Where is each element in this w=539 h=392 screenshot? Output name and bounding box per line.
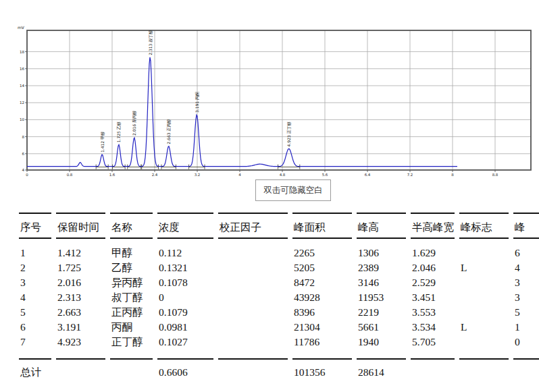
table-cell: 2265 [294,246,358,260]
svg-text:7.2: 7.2 [407,173,413,177]
table-rule [19,237,539,239]
table-cell: 2.529 [412,275,461,290]
table-cell: 5 [515,305,539,320]
rule-segment [218,213,288,214]
table-cell: 1.412 [57,246,111,260]
rule-segment [19,237,51,239]
rule-segment [411,237,455,239]
header-cell: 峰 [515,219,539,236]
peak-row: 52.663正丙醇0.1079839622193.5535 [20,305,539,320]
table-cell: 总计 [20,365,57,380]
svg-text:12: 12 [20,101,24,105]
table-cell: 5661 [358,320,412,335]
table-cell [220,335,294,349]
svg-text:8.8: 8.8 [492,173,498,177]
peak-row: 74.923正丁醇0.10271178619405.7050 [20,335,539,349]
table-cell: 异丙醇 [111,275,159,290]
table-cell: 0.1027 [159,335,220,349]
peak-label: 2.663 正丙醇 [166,119,172,144]
table-cell: 11953 [358,290,412,305]
rule-segment [157,213,213,214]
table-cell: 5.705 [412,335,461,349]
table-cell: 3.191 [57,320,111,335]
svg-text:4.8: 4.8 [280,173,286,177]
rule-segment [411,213,455,214]
rule-segment [513,213,539,214]
table-cell [220,275,294,290]
chromatogram-trace [27,57,457,167]
rule-segment [110,237,153,239]
table-cell [220,320,294,335]
table-cell: 0.112 [159,246,220,260]
svg-text:6: 6 [22,152,25,156]
table-cell: 43928 [294,290,358,305]
header-cell: 序号 [20,219,57,236]
chromatogram-chart[interactable]: 181614121086400.81.62.43.244.85.66.47.28… [0,0,539,206]
rule-segment [110,213,153,214]
peak-row: 21.725乙醇0.1321520523892.046L4 [20,260,539,275]
svg-text:2.4: 2.4 [152,173,158,177]
table-cell: 1306 [358,246,412,260]
total-row: 总计0.660610135628614 [20,365,539,380]
table-cell [461,365,515,380]
peak-label: 2.313 叔丁醇 [148,30,153,55]
table-cell [220,246,294,260]
table-cell: 3 [515,290,539,305]
svg-text:0: 0 [26,173,28,177]
table-cell [111,365,159,380]
table-cell: 4 [515,260,539,275]
header-cell: 半高峰宽 [412,219,461,236]
table-cell [461,335,515,349]
table-cell [220,305,294,320]
svg-text:1.6: 1.6 [109,173,116,177]
table-cell: 3.534 [412,320,461,335]
rule-segment [19,358,51,360]
table-cell: 8472 [294,275,358,290]
peak-label: 1.725 乙醇 [116,121,122,142]
table-cell: 2219 [358,305,412,320]
svg-text:8: 8 [451,173,454,177]
table-cell [461,305,515,320]
rule-segment [459,358,509,360]
peak-label: 2.016 异丙醇 [132,111,137,136]
table-cell: L [461,260,515,275]
peak-label: 3.191 丙酮 [195,92,200,113]
peak-row: 63.191丙酮0.09812130456613.534L1 [20,320,539,335]
rule-segment [513,237,539,239]
table-cell: 5205 [294,260,358,275]
svg-text:16: 16 [20,67,24,71]
rule-segment [357,237,406,239]
table-cell: 0.1079 [159,305,220,320]
table-cell: 1 [20,246,57,260]
table-cell: 6 [20,320,57,335]
table-cell: 28614 [358,365,412,380]
table-header-row: 序号保留时间名称浓度校正因子峰面积峰高半高峰宽峰标志峰 [20,219,539,236]
rule-segment [157,237,213,239]
rule-segment [56,237,105,239]
svg-text:5.6: 5.6 [322,173,328,177]
svg-text:3.2: 3.2 [195,173,201,177]
rule-segment [56,358,105,360]
table-cell: 5 [20,305,57,320]
rule-segment [513,358,539,360]
rule-segment [19,213,51,214]
table-cell: 0 [515,335,539,349]
table-cell [461,275,515,290]
tooltip-text: 双击可隐藏空白 [263,185,323,196]
table-cell: 11786 [294,335,358,349]
table-cell: 3.553 [412,305,461,320]
table-cell: 叔丁醇 [111,290,159,305]
table-rule [19,358,539,360]
rule-segment [292,358,352,360]
table-cell: 2 [20,260,57,275]
table-cell: 3146 [358,275,412,290]
table-cell [220,260,294,275]
table-rule [19,213,539,214]
table-cell: 甲醇 [111,246,159,260]
peak-labels: 1.412 甲醇1.725 乙醇2.016 异丙醇2.313 叔丁醇2.663 … [100,30,292,152]
y-axis-unit: mV [18,25,25,30]
rule-segment [411,358,455,360]
svg-text:14: 14 [20,84,24,88]
rule-segment [292,213,352,214]
hide-blank-tooltip: 双击可隐藏空白 [255,179,331,201]
